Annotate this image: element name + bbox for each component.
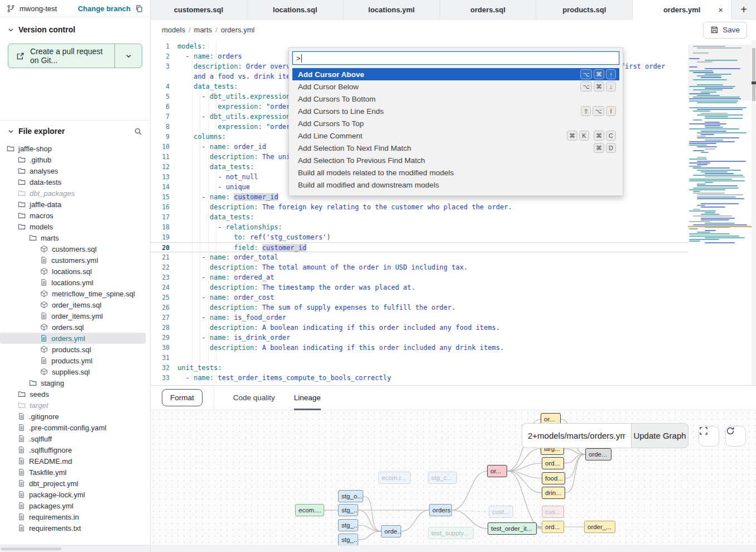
tree-item-data-tests[interactable]: data-tests [0,176,150,188]
lineage-node-drin[interactable]: drin... [542,487,565,499]
update-graph-button[interactable]: Update Graph [631,423,688,448]
palette-item-add-selection-to-next-find-match[interactable]: Add Selection To Next Find Match⌘D [292,142,619,154]
tree-item-jaffle-shop[interactable]: jaffle-shop [0,143,150,154]
tree-item-marts[interactable]: marts [0,232,150,243]
tab-products-sql[interactable]: products.sql [536,0,633,19]
version-control-header[interactable]: Version control [0,20,150,39]
refresh-button[interactable] [725,426,746,447]
tab-customers-sql[interactable]: customers.sql [151,0,247,19]
lineage-node-test_supply[interactable]: test_supply... [428,527,474,539]
lineage-node-stg_[interactable]: stg_... [338,519,358,531]
palette-item-add-cursor-below[interactable]: Add Cursor Below⌥⌘↓ [292,80,619,93]
tree-item-customers-yml[interactable]: customers.yml [0,255,150,266]
tree-item-order-items-sql[interactable]: order_items.sql [0,299,150,310]
tree-item-locations-yml[interactable]: locations.yml [0,277,150,288]
panel-tab-lineage[interactable]: Lineage [294,385,321,410]
tab-orders-sql[interactable]: orders.sql [440,0,537,19]
lineage-node-ecom-r[interactable]: ecom.r... [378,472,411,484]
tree-item-readme-md[interactable]: README.md [0,455,150,467]
lineage-node-ord[interactable]: ord... [542,521,564,533]
lineage-node-cust[interactable]: cust... [489,506,513,518]
tree-item-seeds[interactable]: seeds [0,388,150,400]
breadcrumb-orders-yml[interactable]: orders.yml [221,26,255,34]
tree-item--sqlfluff[interactable]: .sqlfluff [0,433,150,444]
tree-item-requirements-txt[interactable]: requirements.txt [0,522,150,534]
tree-item-packages-yml[interactable]: packages.yml [0,500,150,511]
tree-item-package-lock-yml[interactable]: package-lock.yml [0,489,150,500]
tree-item-taskfile-yml[interactable]: Taskfile.yml [0,467,150,478]
tab-orders-yml-active[interactable]: orders.yml× [633,0,731,20]
tree-item-customers-sql[interactable]: customers.sql [0,243,150,255]
tree-item-products-sql[interactable]: products.sql [0,344,150,355]
tree-item-order-items-yml[interactable]: order_items.yml [0,310,150,321]
editor-scrollbar[interactable] [752,40,756,385]
file-explorer-header[interactable]: File explorer [0,122,150,141]
fullscreen-button[interactable] [699,426,719,447]
lineage-node-ecom[interactable]: ecom.... [295,504,324,516]
breadcrumb-models[interactable]: models [162,26,185,34]
palette-item-add-selection-to-previous-find-match[interactable]: Add Selection To Previous Find Match [292,154,619,166]
tab-locations-yml[interactable]: locations.yml [344,0,440,19]
add-tab-button[interactable]: + [731,0,756,19]
tree-item-locations-sql[interactable]: locations.sql [0,266,150,277]
tree-item-orders-sql[interactable]: orders.sql [0,321,150,333]
tree-item-target[interactable]: target [0,400,150,411]
close-icon[interactable]: × [718,5,723,15]
tree-item-supplies-sql[interactable]: supplies.sql [0,366,150,377]
palette-item-add-cursors-to-bottom[interactable]: Add Cursors To Bottom [292,93,619,105]
tree-item-macros[interactable]: macros [0,210,150,221]
lineage-node-orde[interactable]: orde... [381,525,401,537]
tree-item--pre-commit-config-yaml[interactable]: .pre-commit-config.yaml [0,422,150,433]
minimap[interactable] [688,40,752,385]
lineage-canvas[interactable]: ecom.r...stg_c...cust...cus...test_suppl… [151,410,756,545]
palette-item-build-all-modified-and-downstream-models[interactable]: Build all modified and downstream models [292,179,619,191]
lineage-node-stg_o[interactable]: stg_o... [338,490,363,502]
tree-item--sqlfluffignore[interactable]: .sqlfluffignore [0,444,150,455]
lineage-node-orde[interactable]: orde... [585,448,611,460]
tree-item-staging[interactable]: staging [0,377,150,388]
command-palette-input[interactable]: > [292,51,619,65]
lineage-node-cus[interactable]: cus... [542,506,564,518]
change-branch-link[interactable]: Change branch [78,4,131,13]
lineage-node-stg_[interactable]: stg_... [338,534,358,545]
minimap-line [689,236,739,237]
save-button[interactable]: Save [703,22,747,39]
tree-item-dbt-packages[interactable]: dbt_packages [0,188,150,199]
lineage-node-stg_c[interactable]: stg_c... [428,472,457,484]
palette-item-add-cursor-above[interactable]: Add Cursor Above⌥⌘↑ [292,68,619,80]
tree-item--github[interactable]: .github [0,154,150,165]
tree-item-dbt-project-yml[interactable]: dbt_project.yml [0,478,150,489]
line-text: - name: is_food_order [177,313,286,323]
lineage-node-stg_[interactable]: stg_... [338,504,358,516]
tree-item--gitignore[interactable]: .gitignore [0,411,150,422]
tree-item-requirements-in[interactable]: requirements.in [0,511,150,522]
lineage-hscrollbar[interactable] [151,545,756,552]
lineage-node-order_[interactable]: order_... [584,521,615,533]
sidebar-hscrollbar[interactable] [0,545,150,552]
palette-item-add-cursors-to-line-ends[interactable]: Add Cursors to Line Ends⇧⌥I [292,105,619,117]
copy-icon[interactable] [135,4,143,13]
palette-item-build-all-models-related-to-the-modified-models[interactable]: Build all models related to the modified… [292,166,619,179]
tree-item-models[interactable]: models [0,221,150,232]
palette-item-add-cursors-to-top[interactable]: Add Cursors To Top [292,117,619,129]
lineage-node-test_order_it[interactable]: test_order_it... [488,522,537,535]
tree-item-analyses[interactable]: analyses [0,165,150,176]
tree-item-products-yml[interactable]: products.yml [0,355,150,366]
palette-item-add-line-comment[interactable]: Add Line Comment⌘K⌘C [292,129,619,142]
lineage-node-orders[interactable]: orders [429,504,452,516]
breadcrumb-marts[interactable]: marts [194,26,213,34]
tree-item-jaffle-data[interactable]: jaffle-data [0,199,150,210]
tree-item-metricflow-time-spine-sql[interactable]: metricflow_time_spine.sql [0,288,150,299]
tree-item-orders-yml[interactable]: orders.yml [0,333,146,344]
lineage-node-or[interactable]: or... [487,465,507,477]
panel-tab-code-quality[interactable]: Code quality [233,385,275,410]
create-pr-button[interactable]: Create a pull request on Git... [8,44,142,68]
search-icon[interactable] [134,127,142,136]
format-button[interactable]: Format [162,389,203,406]
lineage-node-ord[interactable]: ord... [542,457,564,469]
lineage-filter-input[interactable] [522,423,631,448]
lineage-node-food[interactable]: food... [542,472,565,484]
pr-dropdown-toggle[interactable] [115,44,142,68]
minimap-line [705,237,745,238]
tab-locations-sql[interactable]: locations.sql [247,0,344,19]
